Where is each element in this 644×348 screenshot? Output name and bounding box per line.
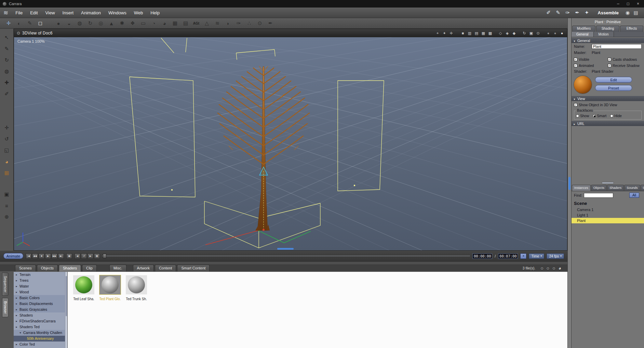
next-key-button[interactable]: ▶	[88, 253, 93, 259]
eraser-tool-icon[interactable]: ◻	[36, 19, 45, 27]
plane-icon[interactable]: ▭	[139, 19, 148, 27]
vertical-splitter[interactable]	[567, 18, 572, 348]
room-texture-icon[interactable]: ✒	[573, 10, 581, 16]
translate-tool-icon[interactable]: ✛	[3, 124, 11, 132]
expand-triangle-icon[interactable]	[15, 272, 18, 278]
menu-insert[interactable]: Insert	[59, 9, 78, 16]
aim-icon[interactable]: ⌖	[435, 31, 440, 36]
tab-shaders[interactable]: Shaders	[607, 185, 624, 191]
layout-icon[interactable]: ▤	[632, 10, 639, 15]
preview-sphere-icon[interactable]: ◕	[559, 266, 561, 270]
pan-tool-icon[interactable]: ≡	[3, 201, 11, 210]
thumbnail-ted-trunk-shader[interactable]: Ted Trunk Sh.	[125, 275, 148, 348]
thumb-size-large-icon[interactable]: ○	[552, 266, 555, 270]
tab-browser-shaders[interactable]: Shaders	[59, 265, 81, 272]
name-input[interactable]	[592, 44, 642, 49]
expand-triangle-icon[interactable]	[15, 318, 18, 324]
previous-key-button[interactable]: ◀	[75, 253, 80, 259]
animated-checkbox[interactable]: Animated	[574, 64, 608, 68]
pane-grid-icon[interactable]: ▩	[488, 31, 493, 36]
tab-clips[interactable]: Cl	[641, 185, 644, 191]
tree-item-fdriveshaderscarrara[interactable]: FDriveShadersCarrara	[14, 318, 67, 324]
scrubber-handle[interactable]	[103, 254, 106, 258]
scale-tool-icon[interactable]: ◱	[3, 146, 11, 154]
expand-triangle-icon[interactable]	[15, 307, 18, 312]
vertical-scroll-thumb[interactable]	[568, 177, 571, 190]
menu-file[interactable]: File	[12, 9, 26, 16]
track-icon[interactable]: ✦	[442, 31, 447, 36]
menu-animation[interactable]: Animation	[77, 9, 105, 16]
tree-scroll-thumb[interactable]	[66, 276, 67, 316]
rotate-tool-icon[interactable]: ↺	[3, 135, 11, 143]
tab-effects[interactable]: Effects	[620, 26, 643, 32]
tab-smart-content[interactable]: Smart Content	[177, 265, 210, 272]
tree-item-50th-anniversary[interactable]: 50th Anniversary	[14, 336, 67, 342]
pane-split-h-icon[interactable]: ▤	[474, 31, 479, 36]
tree-item-shaders[interactable]: Shaders	[14, 312, 67, 318]
cone-icon[interactable]: ▲	[107, 19, 116, 27]
stop-button[interactable]: ■	[39, 253, 44, 259]
scene-item-plant[interactable]: Plant	[572, 218, 644, 223]
preset-button[interactable]: Preset	[595, 85, 632, 91]
tab-shading[interactable]: Shading	[596, 26, 619, 32]
camera-tool-icon[interactable]: ▣	[3, 190, 11, 198]
texture-cube-icon[interactable]: ▦	[3, 169, 11, 177]
quality-sphere-low-icon[interactable]: ●	[546, 31, 551, 35]
tree-item-basic-grayscales[interactable]: Basic Grayscales	[14, 307, 67, 312]
magnet-tool-icon[interactable]: ◐	[15, 19, 24, 27]
eyedropper-tool-icon[interactable]: ✐	[3, 90, 11, 98]
current-time[interactable]: 00:00:00	[472, 253, 492, 259]
fps-dropdown[interactable]: 24 fps ▾	[547, 253, 564, 259]
expand-triangle-icon[interactable]	[15, 289, 18, 295]
show-object-checkbox[interactable]: Show Object in 3D View	[572, 101, 644, 108]
pane-split-v-icon[interactable]: ▥	[467, 31, 472, 36]
tree-scrollbar[interactable]	[65, 272, 67, 348]
filter-all-dropdown[interactable]: All	[629, 193, 639, 198]
backfaces-smart-radio[interactable]: Smart	[593, 114, 606, 118]
pane-single-icon[interactable]: ■	[460, 31, 465, 35]
3d-scene[interactable]	[14, 37, 567, 250]
wireframe-shield-icon[interactable]: ◇	[498, 31, 503, 36]
url-section-header[interactable]: URL	[572, 121, 644, 126]
checker-plane-icon[interactable]: ▦	[171, 19, 179, 27]
room-storyboard-icon[interactable]: ✑	[564, 10, 572, 16]
tree-item-carrara-monthly-challenge[interactable]: Carrara Monthly Challen	[14, 330, 67, 336]
viewport-menu-icon[interactable]: ⊙	[17, 31, 20, 36]
wrench-tool-icon[interactable]: ✛	[4, 19, 13, 27]
tab-content[interactable]: Content	[155, 265, 176, 272]
scene-item-camera-1[interactable]: Camera 1	[572, 207, 644, 212]
replicator-icon[interactable]: ❖	[128, 19, 137, 27]
expand-triangle-icon[interactable]	[15, 278, 18, 283]
menu-web[interactable]: Web	[130, 9, 147, 16]
expand-triangle-icon[interactable]	[15, 342, 18, 347]
text-tool-icon[interactable]: AGt	[192, 19, 201, 27]
zoom-tool-icon[interactable]: ⊕	[3, 213, 11, 221]
eye-primitive-icon[interactable]: ⊙	[255, 19, 264, 27]
pane-quad-icon[interactable]: ▦	[481, 31, 486, 36]
viewport-canvas[interactable]: Camera 1 100%	[14, 37, 567, 250]
eye-icon[interactable]: ◉	[624, 10, 631, 15]
thumb-size-medium-icon[interactable]: ○	[547, 266, 549, 270]
select-tool-icon[interactable]: ↖	[3, 33, 11, 42]
shader-ball-icon[interactable]: ◕	[3, 157, 11, 166]
geosphere-icon[interactable]: ◍	[75, 19, 84, 27]
expand-triangle-icon[interactable]	[15, 295, 18, 301]
vertex-handle-right[interactable]	[354, 185, 355, 186]
star-burst-icon[interactable]: ✱	[118, 19, 126, 27]
frame-widget-icon[interactable]: ▣	[529, 31, 534, 36]
tab-misc[interactable]: Misc.	[109, 265, 126, 272]
close-button[interactable]: ×	[637, 2, 639, 6]
tree-item-trees[interactable]: Trees	[14, 278, 67, 283]
room-render-icon[interactable]: ✦	[583, 10, 591, 16]
quality-sphere-med-icon[interactable]: ●	[553, 31, 558, 35]
terrain-icon[interactable]: △	[202, 19, 211, 27]
tree-item-basic-colors[interactable]: Basic Colors	[14, 295, 67, 301]
thumb-size-small-icon[interactable]: ○	[540, 266, 543, 270]
key-icon[interactable]: ✒	[266, 19, 275, 27]
previous-frame-button[interactable]: ◀◀	[32, 253, 38, 259]
find-input[interactable]	[584, 193, 613, 198]
edit-button[interactable]: Edit	[595, 77, 632, 83]
expand-triangle-icon[interactable]	[15, 283, 18, 289]
vertex-handle-left[interactable]	[171, 189, 173, 191]
thumbnail-ted-leaf-shader[interactable]: Ted Leaf Sha.	[72, 275, 95, 348]
